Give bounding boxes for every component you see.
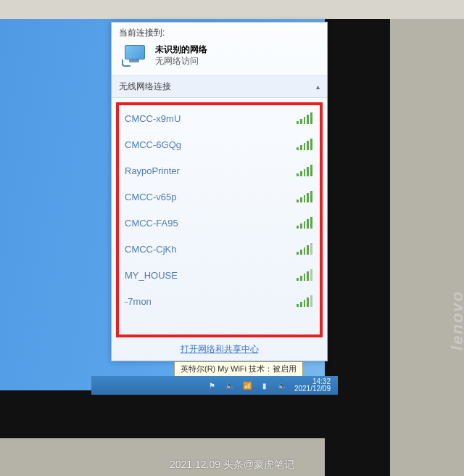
wireless-network-list: CMCC-x9mUCMCC-6GQgRaypoPrinterCMCC-v65pC… [119, 105, 320, 314]
network-ssid: -7mon [125, 296, 152, 307]
speaker-icon-2[interactable]: 🔈 [277, 380, 287, 390]
image-watermark: 2021.12.09 头条@蒙虎笔记 [0, 459, 464, 472]
network-monitor-icon [122, 44, 148, 67]
network-item[interactable]: CMCC-x9mU [119, 105, 320, 131]
current-connection-block: 未识别的网络 无网络访问 [112, 41, 327, 75]
signal-strength-icon [297, 217, 312, 229]
speaker-icon[interactable]: 🔈 [225, 380, 235, 390]
laptop-brand-label: lenovo [448, 290, 464, 350]
signal-strength-icon [297, 191, 312, 202]
network-ssid: CMCC-FA95 [125, 218, 178, 229]
network-ssid: MY_HOUSE [125, 270, 178, 281]
network-item[interactable]: CMCC-FA95 [119, 210, 320, 236]
open-network-center-link[interactable]: 打开网络和共享中心 [112, 337, 327, 357]
clock-date: 2021/12/09 [294, 385, 331, 393]
network-ssid: RaypoPrinter [125, 165, 180, 176]
battery-icon[interactable]: ▮ [260, 380, 270, 390]
network-ssid: CMCC-CjKh [125, 244, 177, 255]
network-item[interactable]: MY_HOUSE [119, 262, 320, 288]
signal-strength-icon [297, 243, 312, 255]
connection-name: 未识别的网络 [155, 44, 207, 55]
flag-icon[interactable]: ⚑ [207, 380, 218, 390]
signal-strength-icon [297, 112, 312, 124]
network-item[interactable]: -7mon [119, 288, 320, 314]
wireless-section-header[interactable]: 无线网络连接 ▴ [112, 75, 327, 98]
highlight-annotation-box: CMCC-x9mUCMCC-6GQgRaypoPrinterCMCC-v65pC… [116, 102, 323, 337]
network-ssid: CMCC-6GQg [125, 139, 181, 150]
signal-strength-icon [297, 165, 312, 176]
network-ssid: CMCC-v65p [125, 192, 177, 202]
network-item[interactable]: CMCC-v65p [119, 184, 320, 210]
network-flyout: 当前连接到: 未识别的网络 无网络访问 无线网络连接 ▴ CMCC-x9mUCM… [111, 22, 328, 361]
network-ssid: CMCC-x9mU [125, 113, 181, 124]
signal-strength-icon [297, 139, 312, 150]
network-item[interactable]: RaypoPrinter [119, 157, 320, 184]
chevron-up-icon: ▴ [316, 83, 320, 91]
signal-strength-icon [297, 295, 312, 307]
tray-tooltip: 英特尔(R) My WiFi 技术：被启用 [174, 361, 303, 377]
connection-status: 无网络访问 [155, 55, 207, 67]
current-connection-label: 当前连接到: [112, 22, 327, 41]
signal-strength-icon [297, 269, 312, 281]
wireless-section-label: 无线网络连接 [119, 81, 171, 93]
taskbar: ⚑ 🔈 📶 ▮ 🔈 14:32 2021/12/09 [91, 376, 338, 395]
network-item[interactable]: CMCC-6GQg [119, 131, 320, 157]
network-tray-icon[interactable]: 📶 [242, 380, 252, 390]
taskbar-clock[interactable]: 14:32 2021/12/09 [294, 378, 331, 393]
network-item[interactable]: CMCC-CjKh [119, 236, 320, 262]
